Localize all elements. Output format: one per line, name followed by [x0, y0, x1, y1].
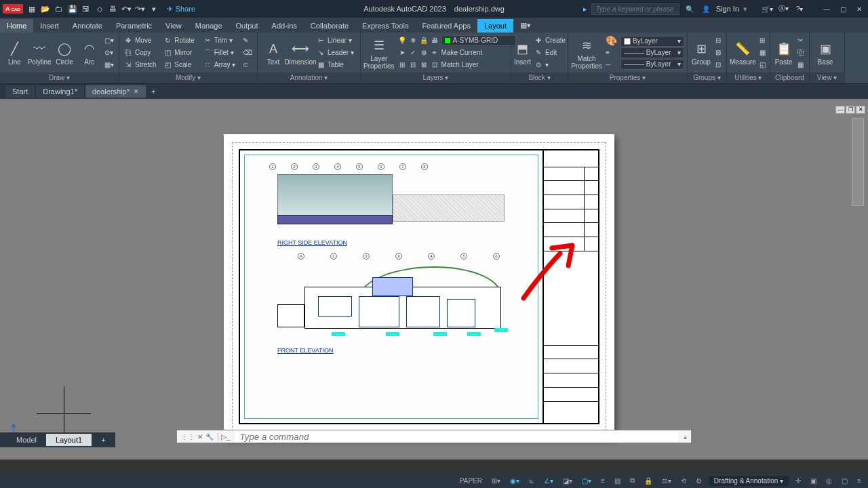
insert-block-button[interactable]: ⬒Insert [514, 35, 531, 71]
panel-modify-title[interactable]: Modify ▾ [119, 73, 257, 83]
search-icon[interactable]: 🔍 [684, 3, 696, 15]
polyline-button[interactable]: 〰Polyline [28, 35, 52, 71]
filexecutning-dealership[interactable]: dealership*✕ [85, 85, 146, 98]
draw-ext1-button[interactable]: ▢▾ [102, 35, 116, 46]
status-lwt-icon[interactable]: ≡ [598, 476, 608, 486]
search-input[interactable] [591, 3, 679, 15]
sign-in-button[interactable]: Sign In [716, 5, 739, 13]
status-isolate-icon[interactable]: ◎ [823, 476, 835, 486]
status-monitor-icon[interactable]: ✛ [793, 476, 804, 486]
arc-button[interactable]: ◠Arc [77, 35, 101, 71]
stretch-button[interactable]: ⇲Stretch [122, 59, 160, 70]
status-grid-icon[interactable]: ⊞▾ [489, 476, 503, 486]
panel-annotation-title[interactable]: Annotation ▾ [258, 73, 360, 83]
leader-button[interactable]: ↘Leader ▾ [315, 47, 357, 58]
panel-groups-title[interactable]: Groups ▾ [688, 73, 726, 83]
cmdline-history-icon[interactable]: ▴ [679, 433, 691, 441]
tab-extra-icon[interactable]: ▦▾ [513, 18, 538, 33]
status-iso-icon[interactable]: ◪▾ [560, 476, 575, 486]
status-ortho-icon[interactable]: ⊾ [526, 476, 537, 486]
qat-plot-icon[interactable]: 🖶 [107, 3, 119, 15]
user-icon[interactable]: 👤 [700, 3, 712, 15]
lineweight-combo[interactable]: ——— ByLayer▾ [620, 47, 684, 58]
tab-addins[interactable]: Add-ins [265, 19, 304, 33]
app-store-icon[interactable]: Ⓐ▾ [777, 3, 789, 15]
panel-layers-title[interactable]: Layers ▾ [361, 73, 511, 83]
cmdline-close-icon[interactable]: ✕ [197, 433, 203, 441]
help-icon[interactable]: ?▾ [793, 3, 806, 15]
tab-insert[interactable]: Insert [33, 19, 66, 33]
dimension-button[interactable]: ⟷Dimension [288, 35, 313, 71]
qat-redo-icon[interactable]: ↷▾ [134, 3, 146, 15]
circle-button[interactable]: ◯Circle [53, 35, 77, 71]
qat-undo-icon[interactable]: ↶▾ [121, 3, 133, 15]
make-current-button[interactable]: ➤✓⊕≡ Make Current [396, 47, 518, 58]
workspace-combo[interactable]: Drafting & Annotation ▾ [709, 476, 789, 486]
panel-view-title[interactable]: View ▾ [810, 73, 844, 83]
doc-close-button[interactable]: ✕ [856, 106, 865, 114]
panel-utilities-title[interactable]: Utilities ▾ [727, 73, 770, 83]
tab-manage[interactable]: Manage [189, 19, 229, 33]
status-space-toggle[interactable]: PAPER [457, 476, 485, 486]
cut-icon[interactable]: ✂ [795, 35, 806, 46]
linetype-combo[interactable]: ——— ByLayer▾ [620, 59, 684, 70]
panel-properties-title[interactable]: Properties ▾ [568, 73, 687, 83]
share-button[interactable]: ✈ Share [167, 5, 195, 14]
tab-collaborate[interactable]: Collaborate [304, 19, 355, 33]
util-ext1-icon[interactable]: ⊞ [757, 35, 768, 46]
layer-properties-button[interactable]: ☰Layer Properties [363, 35, 395, 71]
layer-lock-icon[interactable]: 🔒 [420, 37, 428, 44]
status-customize-icon[interactable]: ≡ [854, 476, 864, 486]
status-annoscale-icon[interactable]: ⚖▾ [659, 476, 674, 486]
tab-layout[interactable]: Layout [477, 19, 513, 33]
copy-button[interactable]: ⿻Copy [122, 47, 160, 58]
layouttab-model[interactable]: Model [7, 434, 46, 446]
copy-clip-icon[interactable]: ⿻ [795, 47, 806, 58]
lineweight-icon[interactable]: ≡ [604, 47, 619, 58]
status-polar-icon[interactable]: ∠▾ [541, 476, 556, 486]
tab-view[interactable]: View [159, 19, 189, 33]
group-ext3-icon[interactable]: ⊡ [713, 59, 723, 70]
qat-save-icon[interactable]: 💾 [66, 3, 79, 15]
status-selection-icon[interactable]: ⧉ [627, 475, 637, 486]
edit-block-button[interactable]: ✎Edit [532, 47, 568, 58]
measure-button[interactable]: 📏Measure [730, 35, 756, 71]
qat-cloud-icon[interactable]: ◇ [94, 3, 106, 15]
doc-restore-button[interactable]: ❐ [846, 106, 855, 114]
group-ext1-icon[interactable]: ⊟ [713, 35, 723, 46]
layouttab-layout1[interactable]: Layout1 [46, 434, 92, 446]
status-hardware-icon[interactable]: ▣ [808, 476, 819, 486]
linear-button[interactable]: ⊢Linear ▾ [315, 35, 357, 46]
qat-saveas-icon[interactable]: 🖫 [80, 3, 92, 15]
panel-draw-title[interactable]: Draw ▾ [0, 73, 119, 83]
util-ext3-icon[interactable]: ◱ [757, 59, 768, 70]
cmdline-handle-icon[interactable]: ⋮⋮ [181, 433, 195, 441]
new-tab-button[interactable]: + [147, 85, 159, 98]
qat-new-icon[interactable]: ▦ [26, 3, 38, 15]
doc-minimize-button[interactable]: — [835, 106, 845, 114]
group-ext2-icon[interactable]: ⊠ [713, 47, 723, 58]
table-button[interactable]: ▦Table [315, 59, 357, 70]
qat-open-icon[interactable]: 📂 [39, 3, 52, 15]
qat-dropdown-icon[interactable]: ▾ [148, 3, 160, 15]
layouttab-add-button[interactable]: + [92, 434, 115, 446]
text-button[interactable]: AText [260, 35, 286, 71]
modify-ext1-button[interactable]: ✎ [241, 35, 254, 46]
move-button[interactable]: ✥Move [122, 35, 160, 46]
app-icon[interactable]: A CAD [3, 4, 23, 14]
clip-ext-icon[interactable]: ▦ [795, 59, 806, 70]
modify-ext2-button[interactable]: ⌫ [241, 47, 254, 58]
modify-ext3-button[interactable]: ⊂ [241, 59, 254, 70]
linetype-icon[interactable]: ─ [604, 59, 619, 70]
rotate-button[interactable]: ↻Rotate [161, 35, 199, 46]
match-properties-button[interactable]: ≋Match Properties [571, 35, 602, 71]
panel-block-title[interactable]: Block ▾ [511, 73, 568, 83]
tab-express-tools[interactable]: Express Tools [355, 19, 415, 33]
viewport[interactable]: 1 2 3 4 5 6 7 8 RIGHT SIDE ELEVATI [244, 155, 538, 419]
layer-freeze-icon[interactable]: ❄ [409, 37, 417, 44]
layer-plot-icon[interactable]: 🖶 [431, 37, 439, 44]
filetab-start[interactable]: Start [5, 85, 35, 98]
command-line[interactable]: ⋮⋮ ✕ 🔧 ▷_ ▴ [176, 430, 692, 443]
close-tab-icon[interactable]: ✕ [134, 88, 139, 95]
paste-button[interactable]: 📋Paste [773, 35, 794, 71]
